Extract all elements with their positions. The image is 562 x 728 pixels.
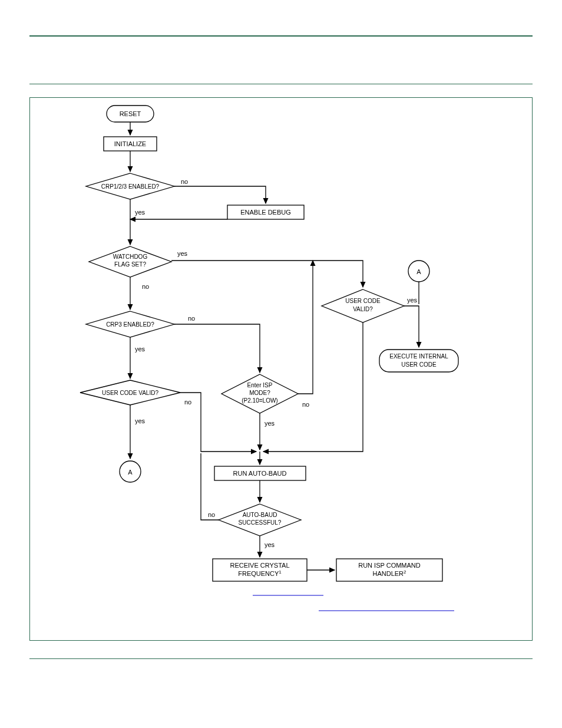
watchdog-l1: WATCHDOG — [113, 253, 148, 260]
recv-l2: FREQUENCY1 — [238, 569, 282, 577]
watchdog-no-label: no — [142, 283, 149, 290]
isp-l3: (P2.10=LOW) — [242, 397, 277, 404]
ucv-left-no-label: no — [184, 398, 191, 406]
autobaud-yes-label: yes — [265, 541, 275, 548]
header-rule-1 — [29, 35, 533, 37]
crp123-no-label: no — [181, 178, 188, 185]
ucv-right-yes-label: yes — [407, 297, 418, 304]
initialize-label: INITIALIZE — [114, 140, 146, 147]
autobaud-l2: SUCCESSFUL? — [239, 519, 282, 526]
reset-label: RESET — [120, 110, 141, 117]
watchdog-l2: FLAG SET? — [114, 261, 146, 268]
ucv-left-yes-label: yes — [135, 417, 146, 424]
isp-yes-label: yes — [265, 420, 275, 427]
exec-l1: EXECUTE INTERNAL — [389, 353, 448, 360]
run-isp-l1: RUN ISP COMMAND — [358, 562, 421, 569]
isp-no-label: no — [302, 401, 309, 408]
run-isp-l2: HANDLER2 — [372, 569, 406, 577]
recv-l1: RECEIVE CRYSTAL — [230, 562, 289, 569]
crp123-yes-label: yes — [135, 209, 146, 216]
crp3-yes-label: yes — [135, 345, 146, 353]
user-code-l1: USER CODE — [345, 298, 381, 304]
flowchart-svg: RESET INITIALIZE CRP1/2/3 ENABLED? no EN… — [30, 98, 533, 640]
header-rule-2 — [29, 84, 533, 84]
autobaud-l1: AUTO-BAUD — [243, 512, 277, 518]
isp-l2: MODE? — [249, 390, 270, 396]
crp3-label: CRP3 ENABLED? — [106, 321, 154, 328]
crp123-label: CRP1/2/3 ENABLED? — [101, 183, 160, 190]
crp3-no-label: no — [188, 315, 195, 322]
user-code-l2: VALID? — [353, 306, 373, 312]
run-autobaud-label: RUN AUTO-BAUD — [233, 470, 287, 477]
isp-l1: Enter ISP — [247, 382, 273, 388]
user-code-valid-left-label: USER CODE VALID? — [102, 390, 158, 396]
exec-l2: USER CODE — [401, 361, 437, 368]
figure-frame: RESET INITIALIZE CRP1/2/3 ENABLED? no EN… — [29, 97, 533, 641]
footer-rule — [29, 658, 533, 659]
connector-a-left-label: A — [128, 469, 133, 476]
connector-a-right-label: A — [416, 268, 421, 275]
watchdog-yes-label: yes — [177, 250, 188, 257]
enable-debug-label: ENABLE DEBUG — [240, 209, 291, 216]
autobaud-no-label: no — [208, 511, 215, 518]
